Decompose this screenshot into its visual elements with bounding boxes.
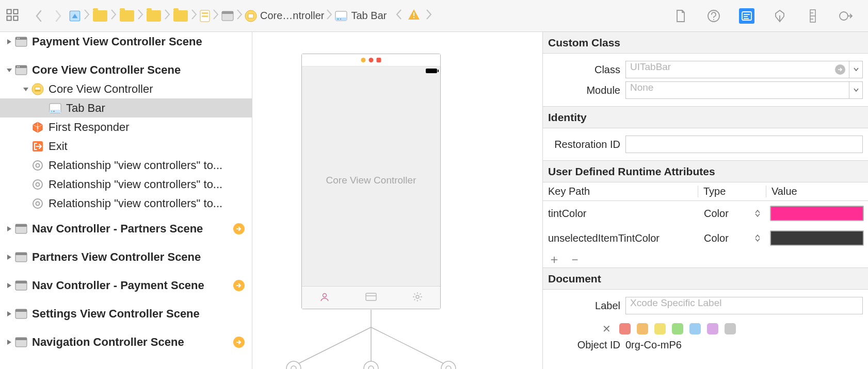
core-view-controller[interactable]: Core View Controller xyxy=(0,79,252,98)
first-responder-item[interactable]: 1 First Responder xyxy=(0,118,252,137)
clear-color-button[interactable]: ✕ xyxy=(602,323,611,335)
goto-class-icon[interactable] xyxy=(835,64,845,75)
section-identity: Identity xyxy=(543,107,868,128)
connections-inspector-icon[interactable] xyxy=(838,8,854,24)
udra-row[interactable]: unselectedItemTintColorColor xyxy=(543,226,868,250)
breadcrumb-storyboard-icon[interactable] xyxy=(199,9,211,23)
help-inspector-icon[interactable] xyxy=(706,8,721,24)
breadcrumb-vc-icon[interactable] xyxy=(245,10,257,22)
udra-keypath[interactable]: tintColor xyxy=(543,208,698,220)
breadcrumb-folder[interactable] xyxy=(146,10,162,22)
scene-content[interactable]: Core View Controller xyxy=(302,75,440,286)
label-color-chip[interactable] xyxy=(689,323,701,334)
disclosure-down-icon[interactable] xyxy=(4,67,14,73)
label-color-chip[interactable] xyxy=(725,323,736,334)
chevron-right-icon[interactable] xyxy=(426,9,432,23)
udra-row[interactable]: tintColorColor xyxy=(543,201,868,226)
relationship-item[interactable]: Relationship "view controllers" to... xyxy=(0,156,252,175)
tab-gear-icon[interactable] xyxy=(412,292,423,304)
scene-device-frame[interactable]: Core View Controller xyxy=(301,54,441,309)
relationship-item[interactable]: Relationship "view controllers" to... xyxy=(0,175,252,194)
inspector-tabs xyxy=(673,8,863,24)
chevron-left-icon[interactable] xyxy=(396,9,402,23)
tab-bar-item[interactable]: Tab Bar xyxy=(0,98,252,118)
breadcrumb-folder[interactable] xyxy=(172,10,189,22)
restoration-id-field[interactable] xyxy=(625,136,863,153)
tab-card-icon[interactable] xyxy=(365,293,377,303)
disclosure-right-icon[interactable] xyxy=(4,254,14,260)
label-color-chip[interactable] xyxy=(707,323,718,334)
breadcrumb-folder[interactable] xyxy=(119,10,135,22)
nav-forward-icon[interactable] xyxy=(52,7,65,25)
scene-settings-vc[interactable]: Settings View Controller Scene xyxy=(0,304,252,323)
label-color-chip[interactable] xyxy=(654,323,666,334)
class-dropdown-button[interactable] xyxy=(849,61,863,78)
remove-attribute-button[interactable]: － xyxy=(569,251,581,267)
disclosure-right-icon[interactable] xyxy=(4,282,14,289)
disclosure-right-icon[interactable] xyxy=(4,311,14,317)
scene-icon xyxy=(14,222,28,236)
scene-core[interactable]: Core View Controller Scene xyxy=(0,60,252,79)
svg-point-52 xyxy=(36,202,40,205)
item-label: First Responder xyxy=(49,121,130,134)
chevron-right-icon xyxy=(191,9,197,23)
module-field[interactable]: None xyxy=(625,81,849,99)
relationship-item[interactable]: Relationship "view controllers" to... xyxy=(0,194,252,213)
disclosure-down-icon[interactable] xyxy=(21,86,31,92)
size-inspector-icon[interactable] xyxy=(805,8,821,24)
svg-point-50 xyxy=(36,182,40,186)
scene-nav-partners[interactable]: Nav Controller - Partners Scene xyxy=(0,219,252,238)
svg-point-15 xyxy=(340,18,341,19)
svg-rect-3 xyxy=(13,16,18,20)
item-label: Tab Bar xyxy=(66,102,105,115)
disclosure-right-icon[interactable] xyxy=(4,339,14,345)
label-color-chip[interactable] xyxy=(619,323,631,334)
disclosure-right-icon[interactable] xyxy=(4,39,14,45)
identity-inspector-icon[interactable] xyxy=(739,8,754,24)
file-inspector-icon[interactable] xyxy=(673,8,688,24)
relationship-icon xyxy=(31,197,44,210)
svg-point-48 xyxy=(36,163,40,167)
tab-bar-preview[interactable] xyxy=(302,286,440,309)
udra-type[interactable]: Color xyxy=(704,208,729,220)
type-stepper[interactable] xyxy=(754,232,761,244)
label-color-chip[interactable] xyxy=(672,323,683,334)
scene-partners-vc[interactable]: Partners View Controller Scene xyxy=(0,247,252,266)
color-swatch[interactable] xyxy=(770,230,864,246)
nav-back-icon[interactable] xyxy=(32,7,45,25)
scene-titlebar[interactable] xyxy=(302,54,440,66)
scene-nav-payment[interactable]: Nav Controller - Payment Scene xyxy=(0,276,252,295)
titlebar-dot-icon xyxy=(361,58,366,62)
module-dropdown-button[interactable] xyxy=(849,81,863,99)
add-attribute-button[interactable]: ＋ xyxy=(548,251,560,267)
breadcrumb-item-tabbar[interactable]: Tab Bar xyxy=(351,10,387,22)
breadcrumb-folder[interactable] xyxy=(92,10,108,22)
type-stepper[interactable] xyxy=(754,208,761,219)
storyboard-canvas[interactable]: Core View Controller xyxy=(252,32,542,369)
scene-payment[interactable]: Payment View Controller Scene xyxy=(0,32,252,51)
scene-label: Nav Controller - Partners Scene xyxy=(32,222,203,236)
segue-connectors xyxy=(273,307,469,369)
scene-navigation-controller[interactable]: Navigation Controller Scene xyxy=(0,332,252,351)
related-items-icon[interactable] xyxy=(5,8,22,24)
svg-point-32 xyxy=(17,38,18,39)
relationship-icon xyxy=(31,178,44,191)
disclosure-right-icon[interactable] xyxy=(4,226,14,232)
color-swatch[interactable] xyxy=(770,206,864,221)
warning-icon[interactable] xyxy=(407,8,421,23)
exit-item[interactable]: Exit xyxy=(0,137,252,156)
attributes-inspector-icon[interactable] xyxy=(772,8,787,24)
breadcrumb-scene-icon[interactable] xyxy=(221,10,234,22)
label-color-chip[interactable] xyxy=(637,323,648,334)
svg-rect-60 xyxy=(15,309,27,312)
breadcrumb-item-core[interactable]: Core…ntroller xyxy=(260,10,324,22)
tab-person-icon[interactable] xyxy=(319,292,330,304)
class-field[interactable]: UITabBar xyxy=(625,61,849,78)
udra-keypath[interactable]: unselectedItemTintColor xyxy=(543,232,698,244)
scene-icon xyxy=(14,63,28,77)
udra-type[interactable]: Color xyxy=(704,232,729,244)
doc-label-field[interactable]: Xcode Specific Label xyxy=(625,297,863,314)
section-document: Document xyxy=(543,268,868,290)
breadcrumb-project-icon[interactable] xyxy=(68,9,82,23)
breadcrumb-tabbar-icon[interactable] xyxy=(334,10,348,22)
